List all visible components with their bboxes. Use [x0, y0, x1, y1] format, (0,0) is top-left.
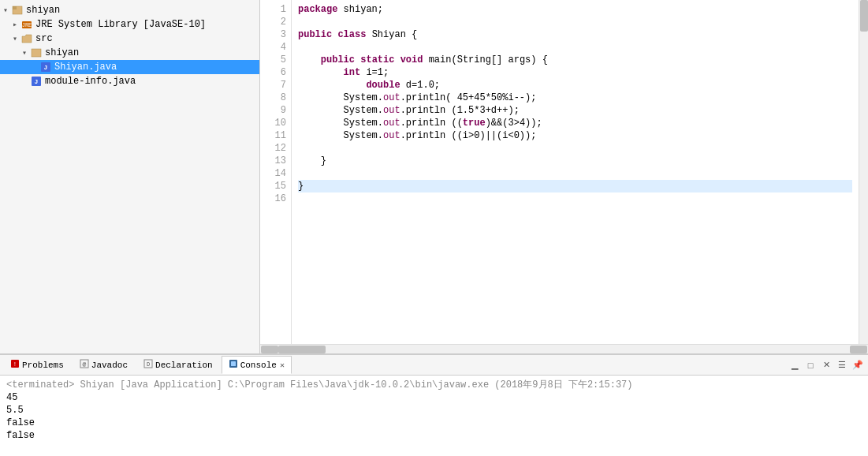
line-number-14: 14: [266, 167, 286, 180]
tree-icon-shiyan-package: [30, 47, 43, 58]
tab-declaration[interactable]: DDeclaration: [136, 356, 220, 374]
declaration-tab-label: Declaration: [155, 361, 213, 370]
svg-text:!: !: [13, 361, 17, 368]
line-number-1: 1: [266, 3, 286, 16]
svg-text:J: J: [44, 64, 48, 71]
svg-text:JRE: JRE: [22, 22, 32, 28]
tree-icon-jre-library: JRE: [20, 19, 33, 30]
hscrollbar-left-btn[interactable]: [261, 346, 278, 353]
console-tab-label: Console: [240, 361, 277, 370]
code-line-4: [298, 41, 852, 54]
line-numbers: 12345678910111213141516: [260, 0, 292, 344]
line-number-8: 8: [266, 92, 286, 104]
svg-rect-4: [32, 49, 41, 57]
maximize-button[interactable]: □: [803, 358, 818, 372]
hscrollbar-thumb[interactable]: [278, 346, 326, 353]
editor-area: 12345678910111213141516 package shiyan; …: [260, 0, 868, 353]
close-button[interactable]: ✕: [819, 358, 833, 372]
declaration-tab-icon: D: [143, 359, 153, 371]
code-line-15: }: [298, 180, 852, 192]
tab-console[interactable]: Console✕: [222, 356, 292, 374]
view-menu-button[interactable]: ☰: [835, 358, 849, 372]
tab-actions: ▁ □ ✕ ☰ 📌: [788, 358, 865, 372]
pin-button[interactable]: 📌: [851, 358, 865, 372]
code-line-7: double d=1.0;: [298, 79, 852, 92]
console-terminated-line: <terminated> Shiyan [Java Application] C…: [6, 379, 862, 391]
code-line-11: System.out.println ((i>0)||(i<0));: [298, 129, 852, 142]
code-line-14: [298, 167, 852, 180]
line-number-2: 2: [266, 16, 286, 28]
tree-label-shiyan-package: shiyan: [45, 47, 79, 58]
tree-icon-src-folder: [20, 33, 33, 44]
editor-content[interactable]: 12345678910111213141516 package shiyan; …: [260, 0, 868, 344]
tree-icon-module-info: J: [30, 76, 43, 87]
bottom-tabs: !Problems@JavadocDDeclarationConsole✕ ▁ …: [0, 355, 868, 376]
line-number-3: 3: [266, 28, 286, 41]
console-output-line-3: false: [6, 429, 862, 442]
svg-text:J: J: [35, 78, 39, 85]
line-number-7: 7: [266, 79, 286, 92]
code-line-10: System.out.println ((true)&&(3>4));: [298, 117, 852, 129]
tree-icon-shiyan-java: J: [39, 62, 52, 73]
tree-arrow-jre-library: ▸: [13, 20, 20, 29]
problems-tab-icon: !: [10, 359, 20, 371]
code-area[interactable]: package shiyan; public class Shiyan { pu…: [292, 0, 859, 344]
svg-rect-1: [13, 6, 17, 9]
bottom-panel: !Problems@JavadocDDeclarationConsole✕ ▁ …: [0, 353, 868, 456]
sidebar-item-jre-library[interactable]: ▸JREJRE System Library [JavaSE-10]: [0, 17, 259, 32]
console-tab-icon: [229, 359, 238, 371]
tree-label-module-info: module-info.java: [45, 76, 136, 87]
code-line-1: package shiyan;: [298, 3, 852, 16]
hscrollbar-track[interactable]: [278, 346, 850, 353]
line-number-4: 4: [266, 41, 286, 54]
code-line-9: System.out.println (1.5*3+d++);: [298, 104, 852, 117]
code-line-5: public static void main(String[] args) {: [298, 54, 852, 66]
console-output-line-2: false: [6, 417, 862, 429]
svg-text:D: D: [147, 361, 150, 368]
tab-javadoc[interactable]: @Javadoc: [73, 356, 135, 374]
sidebar-item-shiyan-java[interactable]: JShiyan.java: [0, 60, 259, 74]
line-number-6: 6: [266, 66, 286, 79]
tree-label-shiyan-root: shiyan: [26, 5, 60, 16]
line-number-15: 15: [266, 180, 286, 192]
line-number-5: 5: [266, 54, 286, 66]
console-output-line-1: 5.5: [6, 404, 862, 417]
code-line-2: [298, 16, 852, 28]
problems-tab-label: Problems: [22, 361, 64, 370]
line-number-13: 13: [266, 155, 286, 167]
svg-text:@: @: [82, 361, 86, 368]
sidebar-item-shiyan-root[interactable]: ▾shiyan: [0, 3, 259, 17]
tree-label-src-folder: src: [35, 33, 53, 44]
console-output-line-0: 45: [6, 391, 862, 404]
tab-problems[interactable]: !Problems: [3, 356, 71, 374]
tree-icon-shiyan-root: [11, 5, 24, 16]
editor-hscrollbar[interactable]: [260, 344, 868, 353]
minimize-button[interactable]: ▁: [788, 358, 802, 372]
hscrollbar-right-btn[interactable]: [850, 346, 867, 353]
javadoc-tab-label: Javadoc: [91, 361, 128, 370]
code-line-16: [298, 192, 852, 205]
svg-rect-16: [231, 361, 236, 366]
code-line-6: int i=1;: [298, 66, 852, 79]
scrollbar-thumb[interactable]: [860, 0, 868, 32]
console-output: <terminated> Shiyan [Java Application] C…: [0, 376, 868, 456]
tree-label-shiyan-java: Shiyan.java: [54, 62, 117, 73]
line-number-12: 12: [266, 142, 286, 155]
editor-scrollbar[interactable]: [859, 0, 868, 344]
javadoc-tab-icon: @: [80, 359, 89, 371]
code-line-3: public class Shiyan {: [298, 28, 852, 41]
sidebar: ▾shiyan▸JREJRE System Library [JavaSE-10…: [0, 0, 260, 353]
sidebar-item-module-info[interactable]: Jmodule-info.java: [0, 74, 259, 88]
code-line-13: }: [298, 155, 852, 167]
sidebar-item-shiyan-package[interactable]: ▾shiyan: [0, 46, 259, 60]
line-number-11: 11: [266, 129, 286, 142]
tree-arrow-src-folder: ▾: [13, 34, 20, 43]
console-tab-close[interactable]: ✕: [280, 361, 285, 370]
line-number-9: 9: [266, 104, 286, 117]
code-line-8: System.out.println( 45+45*50%i--);: [298, 92, 852, 104]
tree-arrow-shiyan-package: ▾: [22, 48, 30, 58]
code-line-12: [298, 142, 852, 155]
sidebar-item-src-folder[interactable]: ▾src: [0, 32, 259, 46]
line-number-16: 16: [266, 192, 286, 205]
main-area: ▾shiyan▸JREJRE System Library [JavaSE-10…: [0, 0, 868, 353]
